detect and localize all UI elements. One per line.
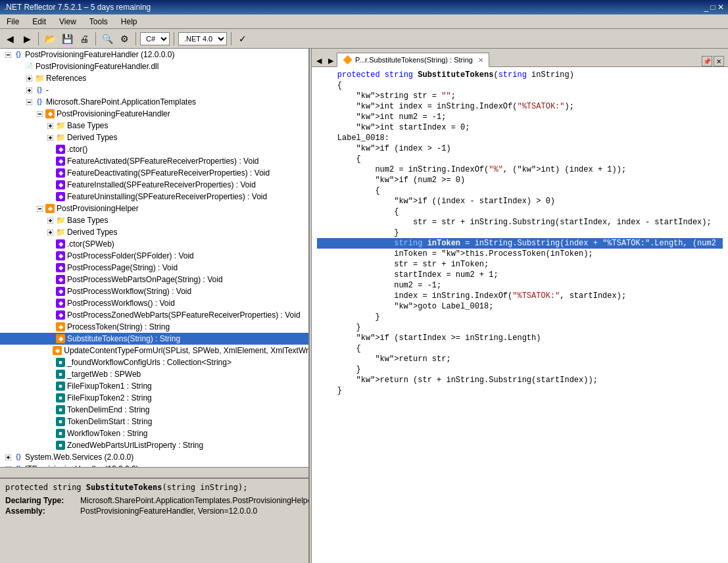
tree-item-root[interactable]: {}PostProvisioningFeatureHandler (12.0.0… xyxy=(0,49,308,61)
tree-expand-h-subst-tokens[interactable] xyxy=(45,333,55,344)
tree-item-h-process-token[interactable]: ◆ProcessToken(String) : String xyxy=(0,321,308,333)
tree-item-h-post-folder[interactable]: ◆PostProcessFolder(SPFolder) : Void xyxy=(0,250,308,262)
tree-item-h-subst-tokens[interactable]: ◆SubstituteTokens(String) : String xyxy=(0,333,308,345)
tree-expand-h-tokdelend[interactable] xyxy=(45,404,55,415)
tree-expand-dll[interactable] xyxy=(13,61,24,72)
tree-item-feat-inst[interactable]: ◆FeatureInstalled(SPFeatureReceiverPrope… xyxy=(0,179,308,191)
tree-item-h-post-wf[interactable]: ◆PostProcessWorkflow(String) : Void xyxy=(0,285,308,297)
tree-item-refs[interactable]: 📁References xyxy=(0,72,308,84)
tree-expand-h-target-web[interactable] xyxy=(45,369,55,379)
tree-expand-h-ff2[interactable] xyxy=(45,393,55,403)
tree-item-h-ff2[interactable]: ■FileFixupToken2 : String xyxy=(0,392,308,404)
tree-expand-feat-inst[interactable] xyxy=(45,180,55,190)
minimize-button[interactable]: _ xyxy=(704,3,708,12)
tree-item-h-ctor[interactable]: ◆.ctor(SPWeb) xyxy=(0,238,308,250)
print-button[interactable]: 🖨 xyxy=(77,32,91,46)
tree-expand-base-types[interactable] xyxy=(45,120,55,131)
menu-help[interactable]: Help xyxy=(117,16,141,28)
tree-expand-h-update-ct[interactable] xyxy=(41,345,52,356)
language-select[interactable]: C# VB xyxy=(140,32,170,45)
tree-icon-ctor: ◆ xyxy=(55,144,66,155)
tree-label-h-base-types: Base Types xyxy=(67,215,108,226)
tree-icon-h-subst-tokens: ◆ xyxy=(55,333,66,344)
code-panel-close-button[interactable]: ✕ xyxy=(714,56,724,66)
tree-expand-h-post-wf[interactable] xyxy=(45,286,55,297)
forward-button[interactable]: ▶ xyxy=(20,32,34,46)
tab-back-button[interactable]: ◀ xyxy=(313,55,325,66)
maximize-button[interactable]: □ xyxy=(710,3,715,12)
tree-expand-h-ff1[interactable] xyxy=(45,381,55,391)
tree-expand-feat-uninst[interactable] xyxy=(45,191,55,202)
tree-item-feat-activated[interactable]: ◆FeatureActivated(SPFeatureReceiverPrope… xyxy=(0,155,308,167)
tree-expand-feat-deact[interactable] xyxy=(45,168,55,178)
tree-expand-ms-sp[interactable] xyxy=(24,97,34,107)
tree-item-h-ff1[interactable]: ■FileFixupToken1 : String xyxy=(0,380,308,392)
close-button[interactable]: ✕ xyxy=(717,3,724,12)
tree-expand-ctor[interactable] xyxy=(45,144,55,155)
tree-expand-anon[interactable] xyxy=(24,85,34,95)
tree-item-ctor[interactable]: ◆.ctor() xyxy=(0,143,308,155)
tree-expand-h-post-wfs[interactable] xyxy=(45,298,55,308)
tree-expand-system-ws[interactable] xyxy=(3,452,13,462)
tree-expand-handler[interactable] xyxy=(34,109,45,119)
tree-item-h-tokdelend[interactable]: ■TokenDelimEnd : String xyxy=(0,404,308,416)
tree-item-system-ws[interactable]: {}System.Web.Services (2.0.0.0) xyxy=(0,451,308,463)
tree-area[interactable]: {}PostProvisioningFeatureHandler (12.0.0… xyxy=(0,49,308,467)
tree-item-h-update-ct[interactable]: ◆UpdateContentTypeFormUrl(SPList, SPWeb,… xyxy=(0,345,308,356)
tree-item-h-derived-types[interactable]: 📁Derived Types xyxy=(0,226,308,238)
horizontal-scrollbar[interactable] xyxy=(0,467,308,477)
menu-edit[interactable]: Edit xyxy=(28,16,50,28)
tree-expand-helper[interactable] xyxy=(34,203,45,214)
tree-item-h-found-urls[interactable]: ■_foundWorkflowConfigUrls : Collection<S… xyxy=(0,356,308,368)
tree-expand-h-wftoken[interactable] xyxy=(45,428,55,439)
tree-item-h-wftoken[interactable]: ■WorkflowToken : String xyxy=(0,428,308,439)
tree-expand-h-tokdelstart[interactable] xyxy=(45,416,55,427)
tree-item-base-types[interactable]: 📁Base Types xyxy=(0,120,308,132)
menu-tools[interactable]: Tools xyxy=(85,16,112,28)
tree-expand-h-zonedprop[interactable] xyxy=(45,440,55,451)
verify-button[interactable]: ✓ xyxy=(235,32,250,46)
tree-expand-derived-types[interactable] xyxy=(45,132,55,143)
tree-expand-root[interactable] xyxy=(3,49,13,60)
tree-item-anon[interactable]: {}- xyxy=(0,84,308,96)
tree-expand-h-process-token[interactable] xyxy=(45,322,55,332)
search-button[interactable]: 🔍 xyxy=(100,32,114,46)
save-button[interactable]: 💾 xyxy=(60,32,74,46)
tree-item-h-target-web[interactable]: ■_targetWeb : SPWeb xyxy=(0,368,308,380)
tree-expand-h-base-types[interactable] xyxy=(45,215,55,226)
options-button[interactable]: ⚙ xyxy=(117,32,132,46)
tree-item-helper[interactable]: ◆PostProvisioningHelper xyxy=(0,203,308,214)
tree-item-h-post-wfs[interactable]: ◆PostProcessWorkflows() : Void xyxy=(0,297,308,309)
tree-item-ms-sp[interactable]: {}Microsoft.SharePoint.ApplicationTempla… xyxy=(0,96,308,108)
tree-expand-h-found-urls[interactable] xyxy=(45,357,55,368)
tree-item-handler[interactable]: ◆PostProvisioningFeatureHandler xyxy=(0,108,308,120)
tree-expand-h-ctor[interactable] xyxy=(45,239,55,249)
tree-item-h-tokdelstart[interactable]: ■TokenDelimStart : String xyxy=(0,416,308,428)
back-button[interactable]: ◀ xyxy=(3,32,17,46)
tree-expand-h-post-page[interactable] xyxy=(45,262,55,273)
tree-item-h-base-types[interactable]: 📁Base Types xyxy=(0,214,308,226)
tree-expand-h-derived-types[interactable] xyxy=(45,227,55,237)
framework-select[interactable]: .NET 4.0 .NET 3.5 .NET 2.0 xyxy=(178,32,227,45)
tree-expand-feat-activated[interactable] xyxy=(45,156,55,166)
code-panel-pin-button[interactable]: 📌 xyxy=(702,56,712,66)
tree-item-h-zonedprop[interactable]: ■ZonedWebPartsUrlListProperty : String xyxy=(0,439,308,451)
menu-view[interactable]: View xyxy=(55,16,80,28)
tree-item-feat-uninst[interactable]: ◆FeatureUninstalling(SPFeatureReceiverPr… xyxy=(0,191,308,203)
tree-item-h-post-page[interactable]: ◆PostProcessPage(String) : Void xyxy=(0,262,308,274)
tree-expand-h-post-folder[interactable] xyxy=(45,251,55,261)
tree-label-h-target-web: _targetWeb : SPWeb xyxy=(67,369,141,379)
tree-expand-h-post-zoned[interactable] xyxy=(45,310,55,320)
tree-item-h-post-zoned[interactable]: ◆PostProcessZonedWebParts(SPFeatureRecei… xyxy=(0,309,308,321)
menu-file[interactable]: File xyxy=(3,16,23,28)
tree-item-derived-types[interactable]: 📁Derived Types xyxy=(0,132,308,143)
tree-item-dll[interactable]: 📄PostProvisioningFeatureHandler.dll xyxy=(0,61,308,72)
open-button[interactable]: 📂 xyxy=(43,32,57,46)
tree-expand-h-post-webparts[interactable] xyxy=(45,274,55,285)
code-tab-substitute-tokens[interactable]: 🔶 P...r.SubstituteTokens(String) : Strin… xyxy=(337,53,489,67)
tab-close-button[interactable]: ✕ xyxy=(478,57,483,64)
tree-expand-refs[interactable] xyxy=(24,73,34,84)
tree-item-h-post-webparts[interactable]: ◆PostProcessWebPartsOnPage(String) : Voi… xyxy=(0,274,308,285)
tree-item-feat-deact[interactable]: ◆FeatureDeactivating(SPFeatureReceiverPr… xyxy=(0,167,308,179)
tab-forward-button[interactable]: ▶ xyxy=(325,55,337,66)
